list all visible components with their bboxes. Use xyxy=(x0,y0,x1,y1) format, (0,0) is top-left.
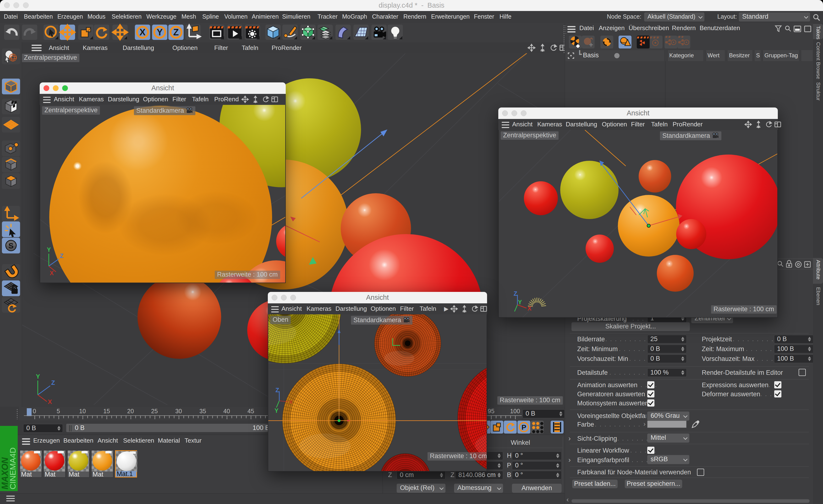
svg-text:Y: Y xyxy=(518,299,522,305)
svg-text:Z: Z xyxy=(276,387,279,394)
svg-text:Z: Z xyxy=(514,290,517,297)
svg-text:Z: Z xyxy=(51,379,55,386)
svg-text:S: S xyxy=(8,242,13,250)
svg-text:Y: Y xyxy=(47,246,51,253)
svg-text:X: X xyxy=(50,270,54,276)
svg-text:x: x xyxy=(289,398,293,405)
svg-text:X: X xyxy=(48,398,52,405)
svg-text:X: X xyxy=(527,305,531,312)
svg-text:+: + xyxy=(589,41,593,48)
svg-text:Z: Z xyxy=(60,252,63,259)
svg-text:Y: Y xyxy=(36,373,40,380)
svg-text:Y: Y xyxy=(275,407,279,414)
svg-text:Y: Y xyxy=(157,27,163,37)
svg-text:Z: Z xyxy=(173,27,179,37)
svg-text:P: P xyxy=(521,423,526,431)
svg-text:X: X xyxy=(139,27,146,37)
